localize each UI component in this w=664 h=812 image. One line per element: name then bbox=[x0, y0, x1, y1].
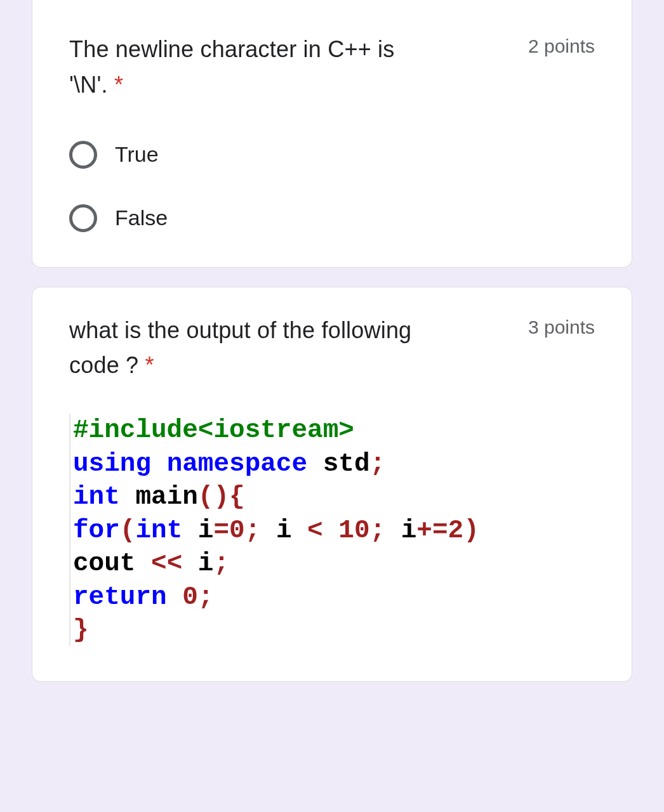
code-kw: using bbox=[73, 449, 151, 478]
question-line1: The newline character in C++ is bbox=[69, 36, 394, 62]
required-marker: * bbox=[114, 72, 123, 98]
option-label: True bbox=[115, 142, 159, 167]
question-line2: '\N'. bbox=[69, 72, 108, 98]
code-kw: for bbox=[73, 516, 120, 545]
points-label: 3 points bbox=[528, 313, 595, 338]
question-card-1: The newline character in C++ is '\N'. * … bbox=[32, 0, 632, 268]
question-header: what is the output of the following code… bbox=[69, 313, 595, 384]
question-line2: code ? bbox=[69, 352, 138, 378]
question-text: The newline character in C++ is '\N'. * bbox=[69, 32, 509, 103]
code-block: #include<iostream> using namespace std; … bbox=[69, 414, 595, 646]
options-group: True False bbox=[69, 141, 595, 232]
question-card-2: what is the output of the following code… bbox=[32, 287, 632, 683]
code-kw: int bbox=[73, 482, 120, 511]
question-line1: what is the output of the following bbox=[69, 317, 411, 343]
required-marker: * bbox=[145, 352, 154, 378]
option-label: False bbox=[115, 206, 168, 230]
code-kw: return bbox=[73, 582, 167, 612]
radio-icon bbox=[69, 204, 97, 232]
option-true[interactable]: True bbox=[69, 141, 595, 169]
radio-icon bbox=[69, 141, 97, 169]
question-header: The newline character in C++ is '\N'. * … bbox=[69, 32, 595, 103]
code-include: #include<iostream> bbox=[73, 416, 354, 445]
code-kw: namespace bbox=[167, 449, 307, 478]
question-text: what is the output of the following code… bbox=[69, 313, 509, 384]
points-label: 2 points bbox=[528, 32, 595, 57]
option-false[interactable]: False bbox=[69, 204, 595, 232]
